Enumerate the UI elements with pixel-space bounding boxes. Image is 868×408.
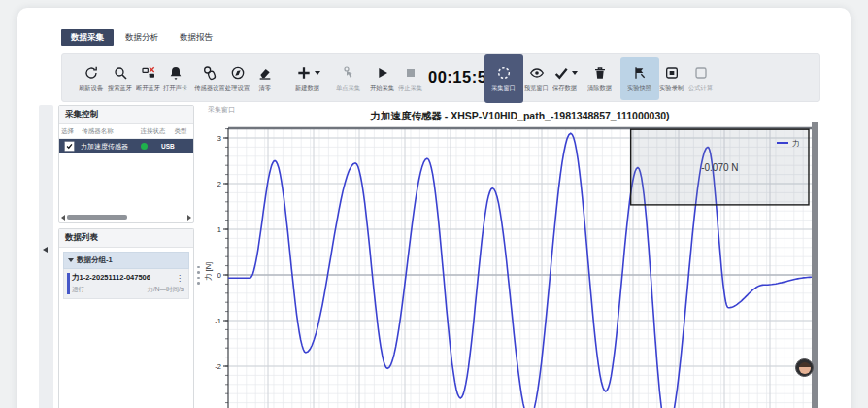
sensor-name: 力加速度传感器 xyxy=(81,142,137,152)
toolbar-button-label: 清除数据 xyxy=(587,84,612,92)
data-item-card[interactable]: 力1-2-20251112-047506 ⋮ 运行 力/N—时间/s xyxy=(63,269,189,299)
sensor-row[interactable]: 力加速度传感器 USB xyxy=(59,139,193,153)
formula-calc-button[interactable]: 公式计算 xyxy=(682,57,720,100)
dropdown-caret-icon[interactable] xyxy=(315,71,320,75)
save-data-button[interactable]: 保存数据 xyxy=(546,57,584,100)
toolbar-button-label: 实验快照 xyxy=(627,84,651,92)
check-icon xyxy=(553,65,569,81)
column-header: 传感器名称 xyxy=(82,127,140,136)
y-tick-label: 3 xyxy=(217,134,221,143)
toolbar-button-label: 实验录制 xyxy=(659,84,684,92)
panel-collect-control: 采集控制 选择传感器名称连接状态类型 力加速度传感器 USB xyxy=(58,105,194,223)
snapshot-icon xyxy=(632,65,648,81)
scroll-left-icon[interactable] xyxy=(61,215,65,221)
bell-icon xyxy=(168,65,184,81)
y-tick-label: 1 xyxy=(217,225,221,234)
chart-title: 力加速度传感器 - XHSP-V10HID_path_-1981348857_1… xyxy=(228,110,812,123)
hscroll-thumb[interactable] xyxy=(67,215,127,220)
item-series-label: 力/N—时间/s xyxy=(147,286,184,294)
scroll-right-icon[interactable] xyxy=(187,215,191,221)
formula-icon xyxy=(693,65,709,81)
chart-area: 采集窗口 力加速度传感器 - XHSP-V10HID_path_-1981348… xyxy=(202,103,831,408)
sidebar-collapse-strip[interactable] xyxy=(39,105,53,408)
waveform-chart[interactable]: 3210-1-2力 [N]-0.070 N力 xyxy=(202,122,828,408)
y-axis-label: 力 [N] xyxy=(204,262,213,281)
record-icon xyxy=(664,65,680,81)
trash-icon xyxy=(592,65,608,81)
toolbar-button-label: 采集窗口 xyxy=(491,84,516,92)
search-icon xyxy=(113,65,128,81)
toolbar-button-label: 单点采集 xyxy=(336,84,360,92)
connection-status-dot xyxy=(141,143,148,150)
toolbar-button-label: 新建数据 xyxy=(295,84,319,92)
refresh-icon xyxy=(83,65,99,81)
stop-icon xyxy=(403,65,418,81)
sensor-table-header: 选择传感器名称连接状态类型 xyxy=(59,124,193,139)
point-icon xyxy=(341,65,356,81)
column-header: 连接状态 xyxy=(141,127,175,136)
clear-data-button[interactable]: 清除数据 xyxy=(581,57,619,100)
new-data-button[interactable]: 新建数据 xyxy=(288,57,327,100)
collapse-arrow-icon xyxy=(43,247,48,253)
avatar-face-icon xyxy=(799,362,811,374)
column-header: 选择 xyxy=(61,127,82,136)
toolbar-button-label: 停止采集 xyxy=(398,84,422,92)
data-item-name: 力1-2-20251112-047506 xyxy=(72,273,150,283)
group-expand-icon xyxy=(68,258,74,262)
play-icon xyxy=(375,65,390,81)
y-tick-label: 0 xyxy=(217,271,221,280)
item-accent-bar xyxy=(67,273,70,294)
single-point-button[interactable]: 单点采集 xyxy=(329,57,368,100)
y-tick-label: -1 xyxy=(215,317,221,325)
toolbar-button-label: 刷新设备 xyxy=(79,84,103,92)
eye-icon xyxy=(529,65,545,81)
group-label: 数据分组-1 xyxy=(77,255,113,265)
tab-data-analysis[interactable]: 数据分析 xyxy=(116,29,168,46)
collect-control-title: 采集控制 xyxy=(59,106,193,124)
data-group-row[interactable]: 数据分组-1 xyxy=(63,252,189,269)
sensor-table-hscrollbar[interactable] xyxy=(61,214,191,221)
tab-data-collect[interactable]: 数据采集 xyxy=(61,29,114,46)
panel-data-list: 数据列表 数据分组-1 力1-2-20251112-047506 ⋮ 运行 力/… xyxy=(58,228,194,408)
item-menu-icon[interactable]: ⋮ xyxy=(176,274,184,283)
sensor-type: USB xyxy=(161,143,175,150)
toolbar-button-label: 打开声卡 xyxy=(163,84,187,92)
stop-collect-button[interactable]: 停止采集 xyxy=(391,57,430,100)
selection-value-label: -0.070 N xyxy=(701,162,738,173)
desktop-background: 数据采集 数据分析 数据报告 00:15:54 刷新设备搜索蓝牙断开蓝牙打开声卡… xyxy=(0,0,868,408)
panel-splitter[interactable] xyxy=(195,258,202,291)
y-tick-label: 2 xyxy=(217,180,221,188)
tab-data-report[interactable]: 数据报告 xyxy=(170,29,222,46)
toolbar-button-label: 公式计算 xyxy=(688,84,713,92)
toolbar-button-label: 清零 xyxy=(259,84,272,92)
data-list-title: 数据列表 xyxy=(59,229,193,248)
dropdown-caret-icon[interactable] xyxy=(572,71,578,75)
plus-icon xyxy=(296,65,312,81)
tab-bar: 数据采集 数据分析 数据报告 xyxy=(61,29,222,46)
compass-icon xyxy=(230,65,246,81)
zero-clear-button[interactable]: 清零 xyxy=(246,57,284,100)
toolbar-button-label: 保存数据 xyxy=(552,84,577,92)
legend-label: 力 xyxy=(792,139,800,148)
column-header: 类型 xyxy=(175,127,191,136)
dashed-circle-icon xyxy=(496,65,512,81)
open-soundcard-button[interactable]: 打开声卡 xyxy=(156,57,195,100)
sensor-icon xyxy=(202,65,217,81)
app-window: 数据采集 数据分析 数据报告 00:15:54 刷新设备搜索蓝牙断开蓝牙打开声卡… xyxy=(17,8,851,408)
bt-disconnect-icon xyxy=(141,65,156,81)
assistant-avatar[interactable] xyxy=(795,358,814,377)
toolbar: 00:15:54 刷新设备搜索蓝牙断开蓝牙打开声卡传感器设置处理设置清零新建数据… xyxy=(61,53,820,102)
eraser-icon xyxy=(257,65,273,81)
y-tick-label: -2 xyxy=(215,362,221,371)
sensor-checkbox[interactable] xyxy=(64,141,75,152)
item-status: 运行 xyxy=(72,286,84,294)
